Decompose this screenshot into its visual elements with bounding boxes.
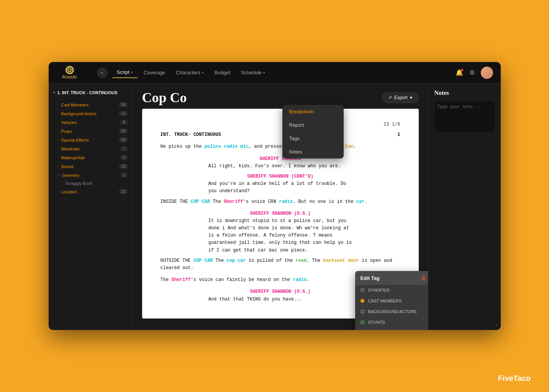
action-text-3: OUTSIDE THE COP CAR The cop car is pulle…	[161, 257, 400, 272]
nav-coverage[interactable]: Coverage	[139, 67, 170, 78]
wardrobe-count: 7	[120, 146, 128, 151]
location-label: Location	[61, 189, 119, 194]
scraggly-bush-item[interactable]: Scraggly Bush	[49, 180, 133, 187]
bg-chevron: ›	[58, 112, 59, 116]
highlight-car: car	[356, 199, 365, 204]
action-text-2: INSIDE THE COP CAR The Sheriff's voice C…	[161, 198, 400, 206]
app-window: RivetAI ← Script ▾ Coverage Characters ▾	[49, 62, 501, 330]
tag-option-synopsis[interactable]: SYNOPSIS	[355, 285, 428, 296]
sidebar-item-wardrobe[interactable]: › Wardrobe 7	[49, 144, 133, 153]
settings-button[interactable]: ⚙	[469, 69, 475, 76]
cast-members-count: 34	[119, 102, 128, 107]
greenery-count: 1	[120, 173, 128, 178]
sidebar-item-vehicles[interactable]: › Vehicles 9	[49, 118, 133, 127]
dialogue-3: It is downright stupid to st a police ca…	[208, 217, 352, 254]
action-text-1: He picks up the police radio mic, and pr…	[161, 143, 400, 150]
dialogue-1: All right, kids. Fun's over. I know who …	[208, 163, 352, 170]
brand-footer: FiveTaco	[498, 374, 531, 383]
sidebar-item-makeup[interactable]: › Makeup/Hair 2	[49, 153, 133, 162]
sidebar-item-greenery[interactable]: ▾ Greenery 1	[49, 171, 133, 180]
edit-tag-header: Edit Tag 🗑	[355, 271, 428, 285]
dropdown-report[interactable]: Report	[282, 118, 344, 132]
special-effects-label: Special Effects	[61, 138, 119, 142]
main-content: ▾ 1. INT. TRUCK - CONTINUOUS › Cast Memb…	[49, 83, 501, 330]
dialogue-4: And that that THING do you have...	[208, 296, 352, 303]
page-number: 23 1/8	[161, 121, 400, 128]
highlight-sheriff-2: Sheriff	[171, 277, 190, 283]
highlight-road: road	[295, 258, 306, 263]
nav-characters[interactable]: Characters ▾	[171, 67, 208, 78]
scene-heading: INT. TRUCK- CONTINUOUS 1	[161, 131, 400, 139]
scene-header[interactable]: ▾ 1. INT. TRUCK - CONTINUOUS	[49, 88, 133, 97]
makeup-label: Makeup/Hair	[61, 155, 120, 160]
highlight-radio: radio	[279, 199, 293, 204]
resize-handle: ↘	[495, 323, 498, 327]
vehicles-count: 9	[120, 120, 128, 125]
notes-title: Notes	[434, 90, 495, 96]
location-chevron: ›	[58, 190, 59, 194]
logo-area: RivetAI	[56, 66, 83, 79]
export-icon: ↗	[388, 95, 392, 100]
greenery-chevron: ▾	[58, 173, 60, 177]
highlight-cop-car-2: COP CAR	[193, 258, 213, 263]
props-count: 93	[119, 129, 128, 134]
makeup-chevron: ›	[58, 156, 59, 160]
nav-budget[interactable]: Budget	[210, 67, 235, 78]
location-count: 22	[119, 189, 128, 194]
sidebar-item-location[interactable]: › Location 22	[49, 187, 133, 196]
notes-input[interactable]	[434, 101, 495, 132]
export-chevron: ▾	[410, 95, 412, 100]
highlight-radio-mic: police radio mic	[205, 144, 249, 149]
highlight-backseat-door: backseat door	[323, 258, 359, 263]
dropdown-tags[interactable]: Tags	[282, 132, 344, 145]
stunts-dot	[361, 320, 364, 324]
sound-chevron: ›	[58, 165, 59, 168]
tag-option-vehicles[interactable]: VEHICLES	[355, 328, 428, 330]
outer-wrapper: RivetAI ← Script ▾ Coverage Characters ▾	[0, 0, 549, 392]
logo-text: RivetAI	[62, 75, 77, 79]
center-header: Cop Co ↗ Export ▾	[133, 83, 428, 109]
cast-chevron: ›	[58, 103, 59, 107]
sidebar-item-sound[interactable]: › Sound 10	[49, 162, 133, 171]
bg-actors-dot	[361, 310, 364, 314]
highlight-cop-car-3: cop car	[226, 258, 246, 263]
tag-option-background-actors[interactable]: BACKGROUND ACTORS	[355, 306, 428, 317]
tag-option-stunts[interactable]: STUNTS	[355, 317, 428, 328]
char-name-1: SHERIFF SHANNON	[161, 155, 400, 163]
highlight-sheriff: Sheriff	[224, 199, 243, 204]
synopsis-dot	[361, 288, 364, 292]
dropdown-notes[interactable]: Notes	[282, 145, 344, 158]
special-effects-count: 28	[119, 137, 128, 142]
nav-right: 🔔 ⚙	[456, 67, 493, 79]
export-button[interactable]: ↗ Export ▾	[382, 92, 419, 103]
back-button[interactable]: ←	[97, 67, 108, 78]
notification-button[interactable]: 🔔	[456, 69, 463, 76]
characters-chevron: ▾	[202, 71, 204, 75]
wardrobe-chevron: ›	[58, 147, 59, 151]
sound-label: Sound	[61, 164, 119, 169]
nav-links: Script ▾ Coverage Characters ▾ Budget Sc…	[112, 67, 451, 78]
cast-members-label: Cast Members	[61, 103, 119, 107]
sidebar-item-props[interactable]: › Props 93	[49, 127, 133, 136]
tag-option-cast-members[interactable]: CAST MEMBERS	[355, 296, 428, 306]
user-avatar[interactable]	[481, 67, 493, 79]
script-chevron: ▾	[131, 70, 133, 74]
logo-icon	[66, 66, 74, 74]
center-panel: Cop Co ↗ Export ▾ 23 1/8 INT. TRUCK- CON…	[133, 83, 428, 330]
script-dropdown-menu: Breakdown Report Tags Notes	[282, 105, 344, 158]
highlight-radio-2: radio	[293, 277, 306, 283]
props-chevron: ›	[58, 129, 59, 133]
nav-schedule[interactable]: Schedule ▾	[236, 67, 270, 78]
dropdown-breakdown[interactable]: Breakdown	[282, 105, 344, 118]
cast-dot	[361, 299, 364, 303]
nav-script[interactable]: Script ▾	[112, 67, 138, 78]
delete-tag-button[interactable]: 🗑	[421, 275, 426, 281]
props-label: Props	[61, 129, 119, 134]
sidebar-item-special-effects[interactable]: › Special Effects 28	[49, 136, 133, 144]
vehicles-label: Vehicles	[61, 120, 120, 125]
sidebar: ▾ 1. INT. TRUCK - CONTINUOUS › Cast Memb…	[49, 83, 133, 330]
sidebar-item-cast-members[interactable]: › Cast Members 34	[49, 100, 133, 109]
notes-panel: Notes ↘	[428, 83, 501, 330]
sidebar-item-background-actors[interactable]: › Background Actors 13	[49, 109, 133, 118]
scene-chevron: ▾	[53, 91, 55, 95]
